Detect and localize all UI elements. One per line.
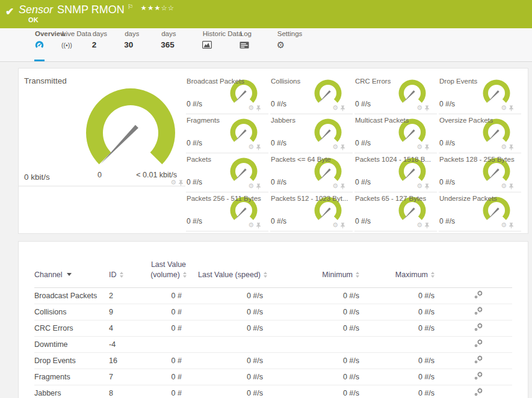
channel-table-body: Broadcast Packets20 #0 #/s0 #/s0 #/sColl… (34, 287, 512, 398)
cell-channel: Collisions (34, 304, 109, 320)
channel-table-card: ChannelIDLast Value(volume)Last Value (s… (18, 241, 528, 398)
cell-channel: Drop Events (34, 352, 109, 369)
channel-gauge (312, 118, 344, 145)
gauges-card: Transmitted 0 kbit/s 0 < 0.01 kbit/s ⚙ B… (18, 68, 528, 234)
column-header-last_value_volume[interactable]: Last Value(volume) (145, 242, 192, 287)
cell-last_value_speed (192, 336, 273, 352)
tab-2-days[interactable]: 2days (92, 28, 97, 61)
pin-icon[interactable] (509, 222, 514, 228)
log-icon (240, 41, 249, 49)
column-header-last_value_speed[interactable]: Last Value (speed) (192, 242, 273, 287)
sort-desc-icon (67, 273, 72, 276)
column-header-actions (445, 242, 512, 287)
gauge-tile-value: 0 #/s (439, 100, 455, 108)
star-filled-icon[interactable]: ★ (141, 4, 147, 11)
channel-settings-icon[interactable] (474, 323, 483, 331)
channel-settings-icon[interactable] (474, 355, 483, 364)
chart-icon (202, 41, 212, 49)
channel-settings-icon[interactable] (474, 372, 483, 380)
cell-maximum: 0 #/s (370, 287, 445, 304)
cell-maximum: 0 #/s (370, 304, 445, 320)
cell-actions (445, 369, 512, 385)
tab-historic-data[interactable]: Historic Data (202, 28, 212, 61)
column-label: ID (109, 271, 117, 279)
star-filled-icon[interactable]: ★ (147, 4, 154, 11)
cell-last_value_volume: 0 # (145, 287, 192, 304)
channel-settings-icon[interactable] (474, 307, 483, 315)
pin-icon[interactable] (509, 105, 514, 111)
column-label: Maximum (395, 271, 428, 279)
pin-icon[interactable] (340, 222, 345, 228)
tab-label: days (125, 30, 139, 37)
pin-icon[interactable] (509, 183, 514, 189)
gauge-tile-label: Fragments (187, 117, 220, 124)
pin-icon[interactable] (424, 183, 430, 189)
cell-channel: Broadcast Packets (34, 287, 109, 304)
pin-icon[interactable] (424, 222, 430, 228)
pin-icon[interactable] (340, 183, 345, 189)
gauge-tile-grid: Broadcast Packets0 #/s⚙Collisions0 #/s⚙C… (186, 76, 524, 232)
tab-label: days (161, 30, 176, 37)
pin-icon[interactable] (256, 105, 261, 111)
column-header-id[interactable]: ID (109, 242, 145, 287)
channel-gauge (228, 158, 259, 184)
pin-icon[interactable] (509, 144, 514, 150)
star-empty-icon[interactable]: ☆ (168, 4, 175, 11)
tab-live-data[interactable]: ((•))Live Data (61, 28, 72, 61)
cell-channel: CRC Errors (34, 320, 109, 336)
pin-icon[interactable] (424, 105, 430, 111)
pin-icon[interactable] (424, 144, 430, 150)
tab-settings[interactable]: ⚙Settings (277, 28, 285, 61)
tab-log[interactable]: Log (240, 28, 249, 61)
cell-minimum: 0 #/s (273, 287, 370, 304)
priority-stars[interactable]: ★★★☆☆ (141, 4, 175, 11)
primary-gauge-title: Transmitted (24, 76, 67, 85)
channel-settings-icon[interactable] (474, 388, 483, 396)
pin-icon[interactable] (340, 144, 345, 150)
primary-gauge-tile: Transmitted 0 kbit/s 0 < 0.01 kbit/s ⚙ (19, 69, 185, 186)
primary-gauge-actions: ⚙ (170, 179, 184, 186)
gauge-tile-label: Packets <= 64 Byte (271, 156, 331, 163)
primary-gauge-scale-max: < 0.01 kbit/s (136, 171, 177, 179)
gauge-tile-label: Packets 128 - 255 Bytes (439, 156, 515, 163)
gauge-tile-label: Packets 65 - 127 Bytes (355, 195, 426, 202)
star-filled-icon[interactable]: ★ (154, 4, 161, 11)
gauge-tile-value: 0 #/s (271, 139, 286, 147)
status-ok-check-icon: ✔ (5, 5, 14, 18)
pin-icon[interactable] (256, 183, 261, 189)
tab-overview[interactable]: Overview (34, 28, 45, 61)
gauge-tile-label: Collisions (271, 78, 300, 85)
primary-gauge-scale-min: 0 (97, 171, 102, 179)
live-icon: ((•)) (61, 41, 72, 49)
primary-gauge-value: 0 kbit/s (24, 173, 50, 182)
tab-30-days[interactable]: 30days (124, 28, 133, 61)
pin-icon[interactable] (256, 222, 261, 228)
tab-number: 365 (161, 40, 175, 49)
cell-last_value_speed: 0 #/s (192, 320, 273, 336)
gauge-tile-label: Drop Events (439, 78, 477, 85)
flag-icon[interactable]: ⚐ (128, 3, 134, 10)
gauge-tile-value: 0 #/s (439, 178, 455, 186)
star-empty-icon[interactable]: ☆ (161, 4, 168, 11)
channel-settings-icon[interactable] (474, 339, 483, 347)
channel-settings-icon[interactable] (474, 290, 483, 299)
column-header-maximum[interactable]: Maximum (370, 242, 445, 287)
column-label: Minimum (322, 271, 353, 279)
cell-minimum: 0 #/s (273, 352, 370, 369)
gauge-tile-value: 0 #/s (355, 178, 371, 186)
tab-365-days[interactable]: 365days (161, 28, 175, 61)
gauge-tile-value: 0 #/s (271, 100, 286, 108)
cell-actions (445, 287, 512, 304)
cell-last_value_speed: 0 #/s (192, 369, 273, 385)
gauge-tile-label: Packets 256 - 511 Bytes (187, 195, 261, 202)
pin-icon[interactable] (178, 180, 184, 186)
gauge-tile-packets-128-255-bytes: Packets 128 - 255 Bytes0 #/s⚙ (439, 154, 521, 192)
pin-icon[interactable] (256, 144, 261, 150)
pin-icon[interactable] (340, 105, 345, 111)
column-header-minimum[interactable]: Minimum (273, 242, 370, 287)
column-header-channel[interactable]: Channel (34, 242, 109, 287)
gear-icon[interactable]: ⚙ (170, 179, 176, 186)
gauge-tile-label: Broadcast Packets (187, 78, 244, 85)
channel-table-head-row: ChannelIDLast Value(volume)Last Value (s… (34, 242, 512, 287)
gauge-tile-broadcast-packets: Broadcast Packets0 #/s⚙ (186, 76, 268, 114)
